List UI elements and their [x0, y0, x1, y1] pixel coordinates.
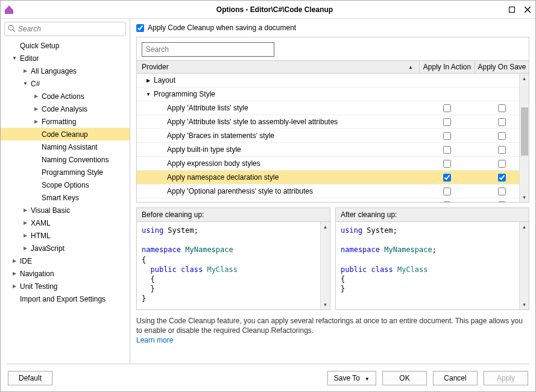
column-provider[interactable]: Provider ▲	[137, 63, 419, 71]
tree-item[interactable]: Smart Keys	[1, 191, 130, 204]
tree-item[interactable]: Navigation	[1, 267, 130, 280]
chevron-right-icon[interactable]	[11, 283, 17, 289]
provider-row[interactable]: Apply 'Attribute lists' style to assembl…	[137, 115, 529, 129]
tree-item[interactable]: JavaScript	[1, 242, 130, 254]
apply-button[interactable]: Apply	[484, 371, 528, 385]
sidebar-search-input[interactable]	[18, 25, 123, 33]
svg-rect-0	[5, 10, 13, 14]
options-tree[interactable]: Quick SetupEditorAll LanguagesC#Code Act…	[1, 39, 130, 364]
tree-item[interactable]: C#	[1, 77, 130, 90]
providers-panel: Provider ▲ Apply In Action Apply On Save…	[136, 37, 529, 203]
apply-in-action-checkbox[interactable]	[443, 201, 451, 203]
provider-row[interactable]: Apply built-in type style	[137, 143, 529, 157]
scroll-up-icon[interactable]: ▲	[520, 222, 529, 232]
provider-row[interactable]: Apply 'Optional parenthesis' style to ne…	[137, 198, 529, 202]
tree-item[interactable]: Formatting	[1, 115, 130, 128]
scroll-down-icon[interactable]: ▼	[520, 300, 529, 309]
chevron-down-icon[interactable]	[11, 55, 17, 61]
tree-item[interactable]: Visual Basic	[1, 204, 130, 217]
tree-item[interactable]: XAML	[1, 217, 130, 229]
apply-on-save-checkbox[interactable]	[498, 132, 506, 140]
learn-more-link[interactable]: Learn more	[136, 336, 173, 344]
chevron-right-icon[interactable]	[22, 220, 28, 226]
scrollbar[interactable]: ▲ ▼	[519, 74, 529, 202]
tree-item[interactable]: HTML	[1, 229, 130, 242]
column-apply-in-action[interactable]: Apply In Action	[419, 61, 475, 73]
apply-in-action-checkbox[interactable]	[443, 118, 451, 126]
sidebar-search[interactable]	[4, 22, 126, 36]
provider-label: Programming Style	[154, 90, 215, 98]
apply-on-save-checkbox[interactable]	[498, 201, 506, 203]
chevron-right-icon[interactable]	[22, 245, 28, 251]
tree-label: HTML	[31, 232, 51, 240]
tree-item[interactable]: Code Analysis	[1, 103, 130, 115]
apply-in-action-checkbox[interactable]	[443, 104, 451, 112]
chevron-right-icon[interactable]	[33, 106, 39, 112]
tree-item[interactable]: Naming Assistant	[1, 141, 130, 153]
apply-on-save-checkbox[interactable]	[498, 188, 506, 195]
apply-in-action-checkbox[interactable]	[443, 174, 451, 182]
provider-label: Apply 'Attribute lists' style to assembl…	[167, 118, 338, 126]
chevron-right-icon[interactable]	[145, 78, 151, 83]
tree-item[interactable]: Unit Testing	[1, 280, 130, 292]
provider-row[interactable]: Apply 'Braces in statements' style	[137, 129, 529, 143]
scroll-thumb[interactable]	[521, 107, 528, 156]
apply-in-action-checkbox[interactable]	[443, 132, 451, 140]
provider-row[interactable]: Apply namespace declaration style	[137, 171, 529, 185]
apply-in-action-checkbox[interactable]	[443, 146, 451, 154]
after-title: After cleaning up:	[336, 208, 529, 222]
tree-item[interactable]: Scope Options	[1, 179, 130, 191]
tree-item[interactable]: Quick Setup	[1, 39, 130, 52]
apply-on-save-input[interactable]	[136, 24, 144, 32]
chevron-right-icon[interactable]	[22, 233, 28, 238]
save-to-button[interactable]: Save To	[327, 371, 376, 385]
scroll-up-icon[interactable]: ▲	[321, 222, 330, 232]
maximize-button[interactable]	[504, 1, 520, 19]
default-button[interactable]: Default	[8, 371, 52, 385]
provider-row[interactable]: Layout	[137, 74, 529, 87]
tree-item[interactable]: Code Cleanup	[1, 128, 130, 141]
scroll-up-icon[interactable]: ▲	[520, 74, 529, 83]
apply-on-save-checkbox[interactable]	[498, 146, 506, 154]
scrollbar[interactable]: ▲ ▼	[320, 222, 330, 309]
ok-button[interactable]: OK	[382, 371, 427, 385]
tree-item[interactable]: Code Actions	[1, 90, 130, 103]
apply-in-action-checkbox[interactable]	[443, 160, 451, 168]
tree-item[interactable]: Import and Export Settings	[1, 292, 130, 305]
chevron-right-icon[interactable]	[22, 207, 28, 213]
apply-in-action-checkbox[interactable]	[443, 188, 451, 195]
provider-row[interactable]: Apply expression body styles	[137, 157, 529, 171]
tree-item[interactable]: All Languages	[1, 65, 130, 77]
chevron-right-icon[interactable]	[33, 93, 39, 99]
provider-search-input[interactable]	[142, 42, 274, 57]
svg-line-5	[13, 30, 15, 32]
scroll-down-icon[interactable]: ▼	[321, 300, 330, 309]
tree-item[interactable]: Naming Conventions	[1, 153, 130, 166]
apply-on-save-checkbox[interactable]	[498, 160, 506, 168]
provider-label: Apply expression body styles	[167, 159, 260, 168]
apply-on-save-checkbox[interactable]	[498, 104, 506, 112]
chevron-right-icon[interactable]	[33, 119, 39, 124]
chevron-down-icon[interactable]	[145, 92, 151, 97]
tree-item[interactable]: IDE	[1, 254, 130, 267]
scrollbar[interactable]: ▲ ▼	[519, 222, 529, 309]
close-button[interactable]	[520, 1, 535, 19]
provider-row[interactable]: Apply 'Attribute lists' style	[137, 101, 529, 115]
provider-list[interactable]: LayoutProgramming StyleApply 'Attribute …	[137, 74, 529, 202]
chevron-right-icon[interactable]	[11, 258, 17, 264]
tree-label: IDE	[20, 257, 32, 265]
tree-item[interactable]: Programming Style	[1, 166, 130, 179]
tree-item[interactable]: Editor	[1, 52, 130, 65]
provider-row[interactable]: Apply 'Optional parenthesis' style to at…	[137, 185, 529, 198]
apply-on-save-checkbox[interactable]	[498, 174, 506, 182]
chevron-down-icon[interactable]	[22, 81, 28, 86]
scroll-down-icon[interactable]: ▼	[520, 192, 529, 202]
apply-on-save-checkbox[interactable]	[498, 118, 506, 126]
chevron-right-icon[interactable]	[11, 271, 17, 276]
tree-label: All Languages	[31, 67, 77, 75]
cancel-button[interactable]: Cancel	[433, 371, 478, 385]
chevron-right-icon[interactable]	[22, 68, 28, 74]
provider-row[interactable]: Programming Style	[137, 87, 529, 101]
column-apply-on-save[interactable]: Apply On Save	[475, 61, 529, 73]
apply-on-save-checkbox[interactable]: Apply Code Cleanup when saving a documen…	[136, 24, 529, 32]
